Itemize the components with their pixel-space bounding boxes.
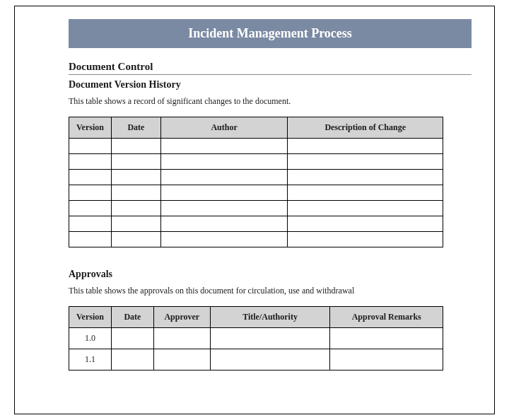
col-title-authority: Title/Authority <box>210 307 330 328</box>
version-history-table: Version Date Author Description of Chang… <box>69 117 443 247</box>
table-row <box>69 232 443 247</box>
table-row <box>69 216 443 232</box>
table-cell <box>111 232 160 247</box>
document-inner: Incident Management Process Document Con… <box>15 6 494 371</box>
col-author: Author <box>160 117 288 139</box>
approvals-description: This table shows the approvals on this d… <box>69 286 472 296</box>
table-cell <box>111 170 160 185</box>
table-cell <box>210 328 330 349</box>
table-cell: 1.0 <box>69 328 112 349</box>
page-title: Incident Management Process <box>69 19 472 48</box>
table-row: 1.1 <box>69 349 443 371</box>
table-cell <box>210 349 330 371</box>
table-row <box>69 139 443 154</box>
table-cell <box>160 154 288 170</box>
table-cell <box>160 216 288 232</box>
table-cell <box>288 139 443 154</box>
table-cell <box>69 232 112 247</box>
table-cell <box>111 154 160 170</box>
table-cell <box>288 185 443 201</box>
section-version-history-heading: Document Version History <box>69 79 472 91</box>
table-row: 1.0 <box>69 328 443 349</box>
col-approval-remarks: Approval Remarks <box>330 307 443 328</box>
section-approvals-heading: Approvals <box>69 269 472 280</box>
table-cell <box>288 216 443 232</box>
section-document-control-heading: Document Control <box>69 61 472 75</box>
table-row <box>69 154 443 170</box>
table-cell <box>160 170 288 185</box>
table-row <box>69 185 443 201</box>
table-cell <box>69 216 112 232</box>
table-cell: 1.1 <box>69 349 112 371</box>
table-cell <box>69 170 112 185</box>
col-approver: Approver <box>153 307 210 328</box>
table-cell <box>111 185 160 201</box>
table-cell <box>111 349 153 371</box>
version-history-description: This table shows a record of significant… <box>69 96 472 107</box>
table-cell <box>330 349 443 371</box>
table-cell <box>111 328 153 349</box>
table-cell <box>69 139 112 154</box>
table-cell <box>160 185 288 201</box>
col-version: Version <box>69 117 112 139</box>
table-cell <box>153 328 210 349</box>
col-description: Description of Change <box>288 117 443 139</box>
table-cell <box>153 349 210 371</box>
table-cell <box>160 139 288 154</box>
table-cell <box>111 139 160 154</box>
table-header-row: Version Date Author Description of Chang… <box>69 117 443 139</box>
approvals-table: Version Date Approver Title/Authority Ap… <box>69 306 443 371</box>
col-date: Date <box>111 307 153 328</box>
table-cell <box>160 201 288 216</box>
table-cell <box>160 232 288 247</box>
table-cell <box>288 201 443 216</box>
table-cell <box>330 328 443 349</box>
table-row <box>69 201 443 216</box>
table-header-row: Version Date Approver Title/Authority Ap… <box>69 307 443 328</box>
table-cell <box>288 232 443 247</box>
table-cell <box>69 154 112 170</box>
table-row <box>69 170 443 185</box>
table-cell <box>69 185 112 201</box>
table-cell <box>288 170 443 185</box>
col-date: Date <box>111 117 160 139</box>
table-cell <box>111 216 160 232</box>
col-version: Version <box>69 307 112 328</box>
document-page: Incident Management Process Document Con… <box>14 6 495 414</box>
table-cell <box>288 154 443 170</box>
table-cell <box>69 201 112 216</box>
table-cell <box>111 201 160 216</box>
